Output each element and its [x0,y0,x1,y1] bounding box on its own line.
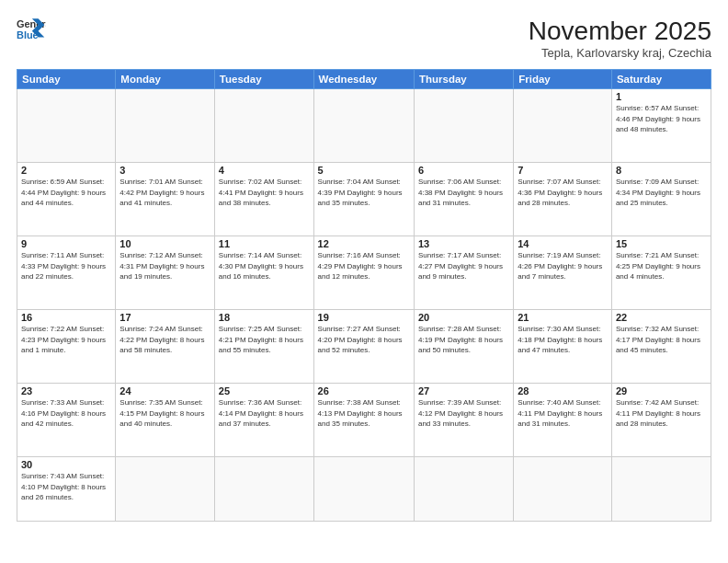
col-wednesday: Wednesday [313,70,414,89]
day-info: Sunrise: 7:25 AM Sunset: 4:21 PM Dayligh… [219,324,310,356]
calendar-cell: 13Sunrise: 7:17 AM Sunset: 4:27 PM Dayli… [414,236,513,310]
day-number: 29 [616,385,707,396]
day-number: 1 [616,91,707,102]
calendar-cell [214,89,313,163]
day-info: Sunrise: 7:02 AM Sunset: 4:41 PM Dayligh… [219,177,310,209]
day-number: 17 [119,312,210,323]
day-number: 8 [616,165,707,176]
calendar-cell: 22Sunrise: 7:32 AM Sunset: 4:17 PM Dayli… [611,310,711,384]
calendar-cell [313,457,414,522]
day-number: 21 [518,312,608,323]
day-number: 12 [318,238,410,249]
col-tuesday: Tuesday [214,70,313,89]
day-info: Sunrise: 7:21 AM Sunset: 4:25 PM Dayligh… [616,250,707,282]
day-number: 19 [318,312,410,323]
day-number: 16 [21,312,111,323]
day-info: Sunrise: 7:24 AM Sunset: 4:22 PM Dayligh… [119,324,210,356]
day-info: Sunrise: 7:14 AM Sunset: 4:30 PM Dayligh… [219,250,310,282]
calendar-cell: 26Sunrise: 7:38 AM Sunset: 4:13 PM Dayli… [313,384,414,457]
day-number: 27 [418,385,509,396]
calendar-cell: 1Sunrise: 6:57 AM Sunset: 4:46 PM Daylig… [611,89,711,163]
day-info: Sunrise: 7:39 AM Sunset: 4:12 PM Dayligh… [418,397,509,430]
calendar-cell: 11Sunrise: 7:14 AM Sunset: 4:30 PM Dayli… [214,236,313,310]
day-number: 18 [219,312,310,323]
day-number: 7 [518,165,608,176]
col-sunday: Sunday [17,70,116,89]
day-info: Sunrise: 7:42 AM Sunset: 4:11 PM Dayligh… [616,397,707,430]
day-info: Sunrise: 7:19 AM Sunset: 4:26 PM Dayligh… [518,250,608,282]
calendar-cell: 20Sunrise: 7:28 AM Sunset: 4:19 PM Dayli… [414,310,513,384]
day-number: 30 [21,459,111,470]
day-info: Sunrise: 7:35 AM Sunset: 4:15 PM Dayligh… [119,397,210,430]
calendar-cell: 30Sunrise: 7:43 AM Sunset: 4:10 PM Dayli… [17,457,116,522]
calendar-cell: 18Sunrise: 7:25 AM Sunset: 4:21 PM Dayli… [214,310,313,384]
col-thursday: Thursday [414,70,513,89]
day-number: 28 [518,385,608,396]
day-number: 24 [119,385,210,396]
calendar-table: Sunday Monday Tuesday Wednesday Thursday… [17,69,711,522]
day-info: Sunrise: 7:06 AM Sunset: 4:38 PM Dayligh… [418,177,509,209]
day-number: 6 [418,165,509,176]
day-info: Sunrise: 7:16 AM Sunset: 4:29 PM Dayligh… [318,250,410,282]
day-number: 13 [418,238,509,249]
day-info: Sunrise: 7:30 AM Sunset: 4:18 PM Dayligh… [518,324,608,356]
day-info: Sunrise: 6:57 AM Sunset: 4:46 PM Dayligh… [616,103,707,135]
title-area: November 2025 Tepla, Karlovarsky kraj, C… [529,17,711,60]
calendar-cell: 27Sunrise: 7:39 AM Sunset: 4:12 PM Dayli… [414,384,513,457]
location: Tepla, Karlovarsky kraj, Czechia [529,46,711,60]
day-number: 14 [518,238,608,249]
calendar-cell: 16Sunrise: 7:22 AM Sunset: 4:23 PM Dayli… [17,310,116,384]
day-info: Sunrise: 7:33 AM Sunset: 4:16 PM Dayligh… [21,397,111,430]
calendar-cell: 15Sunrise: 7:21 AM Sunset: 4:25 PM Dayli… [611,236,711,310]
generalblue-logo-icon: General Blue [17,17,46,42]
day-number: 26 [318,385,410,396]
day-number: 22 [616,312,707,323]
day-info: Sunrise: 7:38 AM Sunset: 4:13 PM Dayligh… [318,397,410,430]
day-info: Sunrise: 7:27 AM Sunset: 4:20 PM Dayligh… [318,324,410,356]
calendar-cell: 8Sunrise: 7:09 AM Sunset: 4:34 PM Daylig… [611,163,711,236]
day-info: Sunrise: 7:40 AM Sunset: 4:11 PM Dayligh… [518,397,608,430]
day-info: Sunrise: 7:22 AM Sunset: 4:23 PM Dayligh… [21,324,111,356]
day-number: 10 [119,238,210,249]
day-info: Sunrise: 7:04 AM Sunset: 4:39 PM Dayligh… [318,177,410,209]
calendar-cell [414,457,513,522]
day-number: 3 [119,165,210,176]
day-info: Sunrise: 7:01 AM Sunset: 4:42 PM Dayligh… [119,177,210,209]
header: General Blue November 2025 Tepla, Karlov… [17,17,711,60]
calendar-cell: 14Sunrise: 7:19 AM Sunset: 4:26 PM Dayli… [514,236,612,310]
calendar-cell [313,89,414,163]
day-number: 5 [318,165,410,176]
calendar-cell [414,89,513,163]
day-info: Sunrise: 6:59 AM Sunset: 4:44 PM Dayligh… [21,177,111,209]
calendar-cell: 28Sunrise: 7:40 AM Sunset: 4:11 PM Dayli… [514,384,612,457]
day-number: 2 [21,165,111,176]
calendar-cell: 19Sunrise: 7:27 AM Sunset: 4:20 PM Dayli… [313,310,414,384]
calendar-cell: 2Sunrise: 6:59 AM Sunset: 4:44 PM Daylig… [17,163,116,236]
day-info: Sunrise: 7:09 AM Sunset: 4:34 PM Dayligh… [616,177,707,209]
calendar-cell: 10Sunrise: 7:12 AM Sunset: 4:31 PM Dayli… [116,236,215,310]
calendar-cell [116,457,215,522]
day-info: Sunrise: 7:28 AM Sunset: 4:19 PM Dayligh… [418,324,509,356]
calendar-cell: 7Sunrise: 7:07 AM Sunset: 4:36 PM Daylig… [514,163,612,236]
calendar-cell: 3Sunrise: 7:01 AM Sunset: 4:42 PM Daylig… [116,163,215,236]
calendar-cell: 9Sunrise: 7:11 AM Sunset: 4:33 PM Daylig… [17,236,116,310]
calendar-header-row: Sunday Monday Tuesday Wednesday Thursday… [17,70,711,89]
day-number: 9 [21,238,111,249]
calendar-cell: 23Sunrise: 7:33 AM Sunset: 4:16 PM Dayli… [17,384,116,457]
day-info: Sunrise: 7:17 AM Sunset: 4:27 PM Dayligh… [418,250,509,282]
calendar-cell: 21Sunrise: 7:30 AM Sunset: 4:18 PM Dayli… [514,310,612,384]
month-title: November 2025 [529,17,711,46]
day-info: Sunrise: 7:12 AM Sunset: 4:31 PM Dayligh… [119,250,210,282]
day-info: Sunrise: 7:32 AM Sunset: 4:17 PM Dayligh… [616,324,707,356]
day-info: Sunrise: 7:07 AM Sunset: 4:36 PM Dayligh… [518,177,608,209]
calendar-cell: 29Sunrise: 7:42 AM Sunset: 4:11 PM Dayli… [611,384,711,457]
day-number: 11 [219,238,310,249]
calendar-cell: 25Sunrise: 7:36 AM Sunset: 4:14 PM Dayli… [214,384,313,457]
day-number: 23 [21,385,111,396]
calendar-cell [214,457,313,522]
calendar-cell: 12Sunrise: 7:16 AM Sunset: 4:29 PM Dayli… [313,236,414,310]
col-saturday: Saturday [611,70,711,89]
day-number: 25 [219,385,310,396]
day-number: 20 [418,312,509,323]
calendar-cell [514,89,612,163]
